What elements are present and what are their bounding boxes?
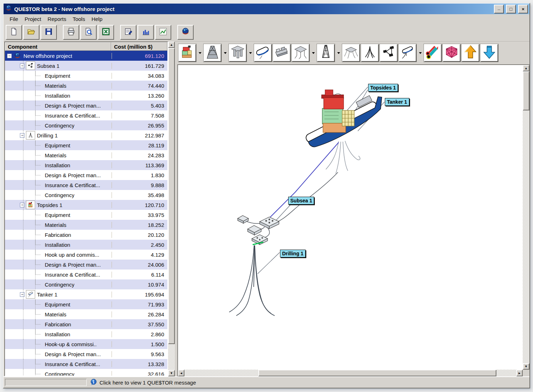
tree-row-materials[interactable]: Materials24.283 xyxy=(5,150,167,160)
add-cube-button[interactable] xyxy=(443,44,461,62)
add-drilling-rig-button[interactable] xyxy=(317,44,335,62)
menu-project[interactable]: Project xyxy=(21,15,44,23)
tree-row-contingency[interactable]: Contingency26.955 xyxy=(5,120,167,130)
field-layout-canvas[interactable]: Topsides 1 Tanker 1 Subsea 1 Drilling 1 xyxy=(178,65,523,370)
tree-row-drilling-1[interactable]: −Drilling 1212.987 xyxy=(5,130,167,140)
diagram-label-topsides[interactable]: Topsides 1 xyxy=(368,84,398,92)
add-pipelines-button[interactable] xyxy=(424,44,442,62)
canvas-scroll-left-icon[interactable]: ◄ xyxy=(178,370,184,376)
add-arrow-up-button[interactable] xyxy=(462,44,479,62)
excel-export-button[interactable] xyxy=(98,25,114,40)
diagram-label-tanker[interactable]: Tanker 1 xyxy=(385,98,409,106)
tree-row-fabrication[interactable]: Fabrication37.550 xyxy=(5,319,167,329)
tree-row-insurance-certificat[interactable]: Insurance & Certificat...9.888 xyxy=(5,180,167,190)
canvas-scroll-up-icon[interactable]: ▲ xyxy=(523,65,529,71)
add-gravity-structure-button[interactable] xyxy=(229,44,247,62)
column-header-cost[interactable]: Cost (million $) xyxy=(111,42,167,51)
tree-row-subsea-1[interactable]: −Subsea 1161.729 xyxy=(5,61,167,71)
expand-toggle[interactable]: − xyxy=(20,203,25,207)
save-button[interactable] xyxy=(41,25,57,40)
canvas-scroll-down-icon[interactable]: ▼ xyxy=(523,363,529,370)
tree-row-equipment[interactable]: Equipment34.083 xyxy=(5,71,167,81)
add-subsea-network-button[interactable] xyxy=(380,44,398,62)
tree-row-new-offshore-project[interactable]: −New offshore project691.120 xyxy=(5,51,167,61)
tree-row-design-project-man[interactable]: Design & Project man...24.006 xyxy=(5,260,167,270)
column-header-component[interactable]: Component xyxy=(5,42,111,51)
tree-row-contingency[interactable]: Contingency32.616 xyxy=(5,369,167,376)
expand-toggle[interactable]: − xyxy=(7,54,12,58)
wells-graphic[interactable] xyxy=(229,245,275,316)
tree-row-tanker-1[interactable]: −Tanker 1195.694 xyxy=(5,289,167,299)
tree-scroll-down-icon[interactable]: ▼ xyxy=(168,370,175,376)
tree-row-design-project-man[interactable]: Design & Project man...5.403 xyxy=(5,100,167,110)
tree-scroll-up-icon[interactable]: ▲ xyxy=(168,42,175,48)
drilling-rig-dropdown[interactable] xyxy=(336,44,341,62)
tree-row-topsides-1[interactable]: −Topsides 1120.710 xyxy=(5,200,167,210)
tree-row-design-project-man[interactable]: Design & Project man...1.830 xyxy=(5,170,167,180)
add-arrow-down-button[interactable] xyxy=(480,44,498,62)
status-message-area[interactable]: Click here to view 1 QUE$TOR message xyxy=(90,379,196,386)
tree-scrollbar[interactable]: ▲ ▼ xyxy=(168,42,175,376)
tree-row-insurance-certificat[interactable]: Insurance & Certificat...7.508 xyxy=(5,110,167,120)
close-button[interactable]: × xyxy=(518,5,528,13)
minimize-button[interactable]: _ xyxy=(494,5,504,13)
tree-row-contingency[interactable]: Contingency35.498 xyxy=(5,190,167,200)
canvas-hscroll-track[interactable] xyxy=(184,370,516,376)
tree-scroll-track[interactable] xyxy=(168,48,175,370)
tanker-loading-dropdown[interactable] xyxy=(418,44,423,62)
canvas-scroll-right-icon[interactable]: ► xyxy=(516,370,523,376)
menu-tools[interactable]: Tools xyxy=(69,15,88,23)
tree-row-installation[interactable]: Installation13.260 xyxy=(5,91,167,100)
tree-row-materials[interactable]: Materials74.440 xyxy=(5,81,167,91)
add-jacket-button[interactable] xyxy=(204,44,221,62)
bar-chart-button[interactable] xyxy=(138,25,154,40)
tree-row-hook-up-and-commis[interactable]: Hook up and commis...4.129 xyxy=(5,250,167,260)
tree-row-hook-up-commissi[interactable]: Hook-up & commissi..1.500 xyxy=(5,339,167,349)
add-tlp-button[interactable] xyxy=(292,44,309,62)
canvas-vscrollbar[interactable]: ▲ ▼ xyxy=(523,65,529,370)
trend-chart-button[interactable] xyxy=(155,25,171,40)
expand-toggle[interactable]: − xyxy=(20,133,25,138)
report-properties-button[interactable] xyxy=(120,25,136,40)
menu-reports[interactable]: Reports xyxy=(44,15,70,23)
print-preview-button[interactable] xyxy=(80,25,97,40)
tree-row-installation[interactable]: Installation2.860 xyxy=(5,329,167,339)
tree-row-insurance-certificat[interactable]: Insurance & Certificat...13.328 xyxy=(5,359,167,369)
title-bar[interactable]: QUE$TOR beta 2 - New offshore project _ … xyxy=(4,4,529,14)
canvas-hscroll-thumb[interactable] xyxy=(258,370,496,376)
tree-row-equipment[interactable]: Equipment28.119 xyxy=(5,140,167,150)
menu-file[interactable]: File xyxy=(6,15,21,23)
new-document-button[interactable] xyxy=(6,25,22,40)
expand-toggle[interactable]: − xyxy=(20,292,25,297)
diagram-label-subsea[interactable]: Subsea 1 xyxy=(288,197,314,205)
gravity-structure-dropdown[interactable] xyxy=(248,44,253,62)
add-semisub-button[interactable] xyxy=(273,44,291,62)
print-button[interactable] xyxy=(63,25,79,40)
add-fpso-button[interactable] xyxy=(254,44,272,62)
tree-row-materials[interactable]: Materials26.284 xyxy=(5,309,167,319)
questor-globe-button[interactable] xyxy=(177,25,194,40)
maximize-button[interactable]: □ xyxy=(506,5,516,13)
tree-row-equipment[interactable]: Equipment33.975 xyxy=(5,210,167,220)
canvas-vscroll-thumb[interactable] xyxy=(523,71,529,110)
jacket-dropdown[interactable] xyxy=(222,44,228,62)
menu-help[interactable]: Help xyxy=(88,15,106,23)
tree-row-insurance-certificat[interactable]: Insurance & Certificat...6.114 xyxy=(5,270,167,279)
topsides-dropdown[interactable] xyxy=(197,44,203,62)
add-tanker-loading-button[interactable] xyxy=(399,44,416,62)
tree-scroll-thumb[interactable] xyxy=(168,48,175,344)
tree-row-design-project-man[interactable]: Design & Project man...9.563 xyxy=(5,349,167,359)
add-wells-button[interactable] xyxy=(361,44,379,62)
tree-row-equipment[interactable]: Equipment71.993 xyxy=(5,299,167,309)
tree-row-contingency[interactable]: Contingency10.974 xyxy=(5,279,167,289)
tree-row-installation[interactable]: Installation2.450 xyxy=(5,240,167,250)
tree-row-fabrication[interactable]: Fabrication20.120 xyxy=(5,230,167,240)
add-moored-floater-button[interactable] xyxy=(342,44,360,62)
expand-toggle[interactable]: − xyxy=(20,64,25,68)
tree-row-installation[interactable]: Installation113.369 xyxy=(5,160,167,170)
panel-splitter[interactable] xyxy=(175,42,177,376)
subsea-graphic[interactable] xyxy=(238,172,338,245)
canvas-hscrollbar[interactable]: ◄ ► xyxy=(178,370,523,376)
canvas-vscroll-track[interactable] xyxy=(523,71,529,363)
open-folder-button[interactable] xyxy=(23,25,39,40)
